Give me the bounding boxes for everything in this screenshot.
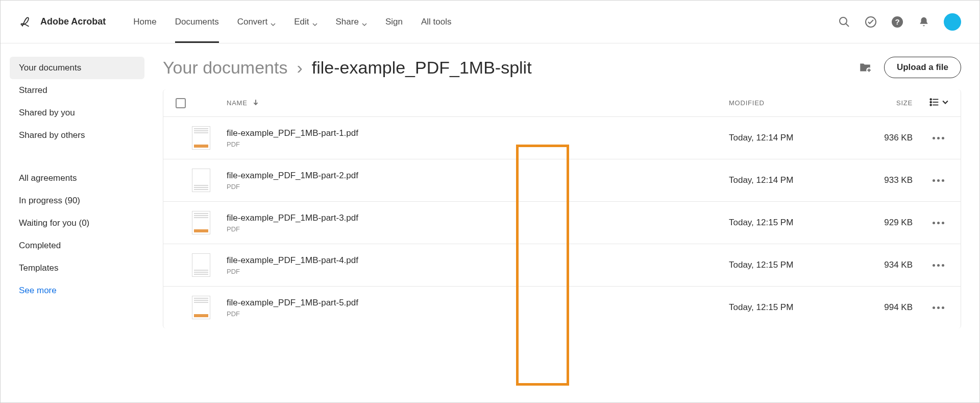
table-row[interactable]: file-example_PDF_1MB-part-1.pdf PDF Toda… (163, 116, 961, 159)
file-thumbnail (176, 211, 227, 234)
main: Your documents › file-example_PDF_1MB-sp… (154, 43, 979, 402)
svg-point-6 (930, 102, 932, 103)
more-actions-icon[interactable] (928, 218, 948, 228)
heading-row: Your documents › file-example_PDF_1MB-sp… (163, 57, 961, 78)
nav-sign[interactable]: Sign (385, 2, 403, 42)
more-actions-icon[interactable] (928, 133, 948, 144)
file-modified: Today, 12:15 PM (729, 260, 851, 270)
col-size[interactable]: SIZE (851, 99, 913, 107)
file-modified: Today, 12:14 PM (729, 175, 851, 185)
file-size: 933 KB (851, 175, 913, 185)
breadcrumb-leaf: file-example_PDF_1MB-split (312, 58, 532, 78)
more-actions-icon[interactable] (928, 175, 948, 186)
table-row[interactable]: file-example_PDF_1MB-part-5.pdf PDF Toda… (163, 286, 961, 328)
sidebar-item-shared-by-others[interactable]: Shared by others (10, 124, 144, 147)
sidebar-item-templates[interactable]: Templates (10, 257, 144, 279)
col-name[interactable]: NAME (227, 99, 729, 107)
sidebar: Your documentsStarredShared by youShared… (1, 43, 154, 402)
table-header: NAME MODIFIED SIZE (163, 89, 961, 116)
sidebar-item-your-documents[interactable]: Your documents (10, 57, 144, 79)
sidebar-item-shared-by-you[interactable]: Shared by you (10, 102, 144, 124)
table-row[interactable]: file-example_PDF_1MB-part-3.pdf PDF Toda… (163, 201, 961, 244)
more-actions-icon[interactable] (928, 260, 948, 271)
add-folder-icon[interactable] (859, 61, 872, 74)
breadcrumb-separator: › (297, 58, 302, 78)
sidebar-item-see-more[interactable]: See more (10, 279, 144, 302)
col-modified[interactable]: MODIFIED (729, 99, 851, 107)
search-icon[interactable] (838, 15, 851, 29)
nav-documents[interactable]: Documents (175, 2, 219, 42)
file-thumbnail (176, 296, 227, 319)
file-size: 936 KB (851, 133, 913, 143)
svg-point-7 (930, 104, 932, 106)
top-icons: ? (838, 13, 961, 31)
file-type: PDF (227, 310, 729, 318)
brand-name: Adobe Acrobat (40, 16, 106, 27)
nav-convert[interactable]: Convert (237, 2, 276, 42)
file-table: NAME MODIFIED SIZE file-example_PDF_1MB-… (163, 89, 961, 328)
nav-all-tools[interactable]: All tools (421, 2, 452, 42)
file-type: PDF (227, 268, 729, 275)
nav-home[interactable]: Home (133, 2, 156, 42)
sidebar-item-completed[interactable]: Completed (10, 234, 144, 257)
chevron-down-icon[interactable] (942, 99, 948, 107)
select-all-checkbox[interactable] (176, 98, 186, 108)
brand: Adobe Acrobat (19, 15, 106, 29)
file-thumbnail (176, 169, 227, 192)
sort-desc-icon (253, 99, 259, 107)
file-name: file-example_PDF_1MB-part-5.pdf (227, 298, 729, 308)
svg-point-5 (930, 99, 932, 100)
table-row[interactable]: file-example_PDF_1MB-part-2.pdf PDF Toda… (163, 159, 961, 201)
nav-edit[interactable]: Edit (294, 2, 317, 42)
file-modified: Today, 12:14 PM (729, 133, 851, 143)
file-type: PDF (227, 183, 729, 191)
sidebar-item-all-agreements[interactable]: All agreements (10, 167, 144, 189)
file-name: file-example_PDF_1MB-part-4.pdf (227, 255, 729, 266)
acrobat-logo-icon (19, 15, 32, 29)
chevron-down-icon (362, 19, 367, 25)
sidebar-item-in-progress[interactable]: In progress (90) (10, 189, 144, 212)
check-circle-icon[interactable] (864, 15, 877, 29)
sidebar-item-starred[interactable]: Starred (10, 79, 144, 102)
breadcrumb-root[interactable]: Your documents (163, 58, 287, 78)
bell-icon[interactable] (917, 15, 930, 29)
avatar[interactable] (944, 13, 961, 31)
file-name: file-example_PDF_1MB-part-1.pdf (227, 128, 729, 138)
file-size: 929 KB (851, 218, 913, 228)
file-thumbnail (176, 253, 227, 277)
file-modified: Today, 12:15 PM (729, 302, 851, 313)
file-type: PDF (227, 225, 729, 233)
upload-button[interactable]: Upload a file (884, 57, 961, 78)
help-icon[interactable]: ? (891, 15, 904, 29)
view-list-icon[interactable] (929, 97, 940, 109)
file-thumbnail (176, 126, 227, 150)
nav-share[interactable]: Share (336, 2, 367, 42)
nav-items: Home Documents Convert Edit Share Sign A… (133, 2, 451, 42)
chevron-down-icon (312, 19, 317, 25)
file-modified: Today, 12:15 PM (729, 218, 851, 228)
file-name: file-example_PDF_1MB-part-2.pdf (227, 171, 729, 181)
file-type: PDF (227, 140, 729, 148)
svg-point-0 (840, 17, 847, 25)
file-name: file-example_PDF_1MB-part-3.pdf (227, 213, 729, 223)
sidebar-item-waiting-for-you[interactable]: Waiting for you (0) (10, 212, 144, 234)
more-actions-icon[interactable] (928, 302, 948, 313)
file-size: 934 KB (851, 260, 913, 270)
top-nav: Adobe Acrobat Home Documents Convert Edi… (1, 1, 979, 43)
file-size: 994 KB (851, 302, 913, 313)
svg-text:?: ? (895, 17, 899, 26)
chevron-down-icon (271, 19, 276, 25)
table-row[interactable]: file-example_PDF_1MB-part-4.pdf PDF Toda… (163, 244, 961, 286)
